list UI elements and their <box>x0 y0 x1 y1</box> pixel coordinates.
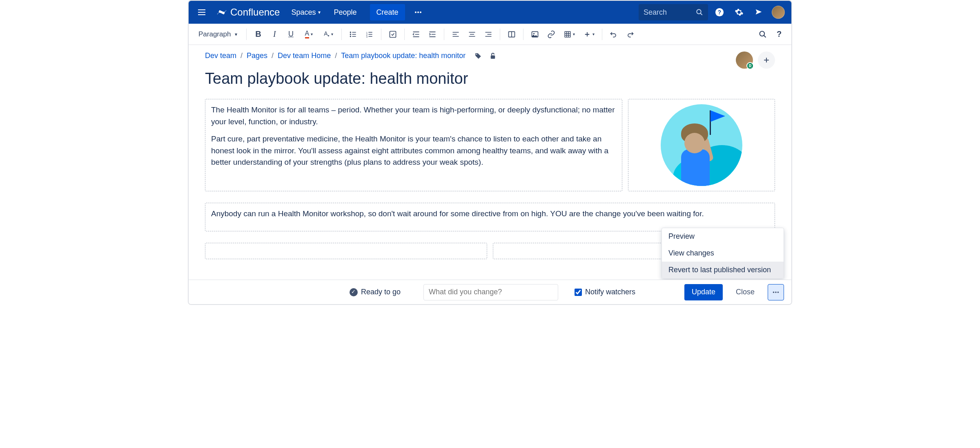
svg-text:3: 3 <box>366 35 368 38</box>
menu-item-revert[interactable]: Revert to last published version <box>662 262 784 278</box>
find-replace-button[interactable] <box>755 27 770 42</box>
notifications-icon[interactable] <box>751 4 767 20</box>
status-label: Ready to go <box>361 288 401 296</box>
layout-cell-main[interactable]: The Health Monitor is for all teams – pe… <box>205 99 622 191</box>
draft-status: Ready to go <box>350 288 401 296</box>
paragraph[interactable]: Anybody can run a Health Monitor worksho… <box>211 208 769 220</box>
breadcrumb-link[interactable]: Dev team <box>205 52 236 60</box>
menu-item-preview[interactable]: Preview <box>662 228 784 245</box>
paragraph[interactable]: The Health Monitor is for all teams – pe… <box>211 104 616 128</box>
text-color-button[interactable]: A <box>300 27 318 42</box>
user-avatar[interactable] <box>770 4 786 20</box>
breadcrumb-link[interactable]: Pages <box>247 52 267 60</box>
top-nav: Confluence Spaces People Create ? <box>189 1 791 24</box>
search-box[interactable] <box>639 4 708 20</box>
paragraph[interactable]: Part cure, part preventative medicine, t… <box>211 133 616 168</box>
svg-point-56 <box>777 291 779 293</box>
labels-icon[interactable] <box>474 52 482 60</box>
illustration-image <box>661 104 742 186</box>
task-list-button[interactable] <box>385 27 400 42</box>
layout-cell-empty[interactable] <box>205 243 487 259</box>
indent-button[interactable] <box>425 27 440 42</box>
create-button[interactable]: Create <box>370 4 405 20</box>
svg-rect-53 <box>491 55 495 58</box>
layout-cell-full[interactable]: Anybody can run a Health Monitor worksho… <box>205 203 775 231</box>
breadcrumb-link[interactable]: Dev team Home <box>278 52 331 60</box>
svg-point-14 <box>350 36 351 37</box>
outdent-button[interactable] <box>409 27 423 42</box>
more-formatting-button[interactable]: A• <box>319 27 337 42</box>
help-icon[interactable]: ? <box>711 4 728 20</box>
collaborator-avatar[interactable]: R <box>736 52 753 69</box>
table-button[interactable] <box>560 27 578 42</box>
nav-people[interactable]: People <box>329 4 361 20</box>
redo-button[interactable] <box>623 27 637 42</box>
notify-label: Notify watchers <box>585 288 635 296</box>
confluence-logo[interactable]: Confluence <box>213 7 283 18</box>
more-publish-options-button[interactable] <box>768 284 784 300</box>
svg-point-49 <box>760 31 765 36</box>
layout-cell-side[interactable] <box>628 99 775 191</box>
editor-help-button[interactable]: ? <box>772 27 786 42</box>
page-layout-button[interactable] <box>504 27 519 42</box>
update-button[interactable]: Update <box>684 284 723 300</box>
bullet-list-button[interactable] <box>346 27 361 42</box>
editor-toolbar: Paragraph B I U A A• 123 ? <box>189 24 791 45</box>
align-left-button[interactable] <box>448 27 463 42</box>
svg-point-54 <box>773 291 775 293</box>
page-title[interactable]: Team playbook update: health monitor <box>205 70 775 87</box>
invite-collaborator-button[interactable] <box>758 52 775 69</box>
restrictions-icon[interactable] <box>489 52 497 60</box>
nav-spaces[interactable]: Spaces <box>286 4 325 20</box>
breadcrumb: Dev team / Pages / Dev team Home / Team … <box>205 52 775 60</box>
bold-button[interactable]: B <box>251 27 265 42</box>
svg-rect-22 <box>390 31 396 37</box>
svg-text:?: ? <box>718 9 721 16</box>
undo-button[interactable] <box>606 27 621 42</box>
close-button[interactable]: Close <box>729 284 761 300</box>
product-name: Confluence <box>230 7 280 18</box>
page-editor-area: R Dev team / Pages / Dev team Home / Tea… <box>189 45 791 304</box>
more-actions-menu: Preview View changes Revert to last publ… <box>662 228 784 279</box>
change-comment-input[interactable] <box>423 284 558 300</box>
notify-checkbox-input[interactable] <box>575 289 582 296</box>
align-right-button[interactable] <box>481 27 496 42</box>
paragraph-style-select[interactable]: Paragraph <box>194 27 242 42</box>
menu-item-view-changes[interactable]: View changes <box>662 245 784 262</box>
underline-button[interactable]: U <box>283 27 298 42</box>
svg-line-50 <box>764 35 766 37</box>
align-center-button[interactable] <box>465 27 479 42</box>
insert-more-button[interactable] <box>580 27 598 42</box>
notify-watchers-checkbox[interactable]: Notify watchers <box>575 288 635 296</box>
svg-point-55 <box>775 291 777 293</box>
link-button[interactable] <box>544 27 559 42</box>
numbered-list-button[interactable]: 123 <box>362 27 377 42</box>
check-circle-icon <box>350 288 358 296</box>
svg-rect-42 <box>565 31 570 37</box>
svg-point-4 <box>417 11 419 13</box>
editor-footer: Ready to go Notify watchers Update Close <box>189 280 791 304</box>
svg-point-10 <box>350 32 351 33</box>
more-actions-icon[interactable] <box>410 4 426 20</box>
svg-point-12 <box>350 34 351 35</box>
settings-icon[interactable] <box>731 4 747 20</box>
image-button[interactable] <box>528 27 542 42</box>
svg-point-41 <box>533 33 535 34</box>
italic-button[interactable]: I <box>267 27 282 42</box>
svg-point-5 <box>420 11 421 13</box>
svg-line-7 <box>700 13 702 15</box>
svg-point-6 <box>697 9 701 14</box>
breadcrumb-current[interactable]: Team playbook update: health monitor <box>341 52 466 60</box>
search-input[interactable] <box>644 8 693 17</box>
collaborators: R <box>736 52 775 69</box>
menu-icon[interactable] <box>194 4 210 20</box>
svg-point-3 <box>415 11 416 13</box>
collaborator-badge: R <box>746 62 754 69</box>
search-icon <box>696 9 703 16</box>
